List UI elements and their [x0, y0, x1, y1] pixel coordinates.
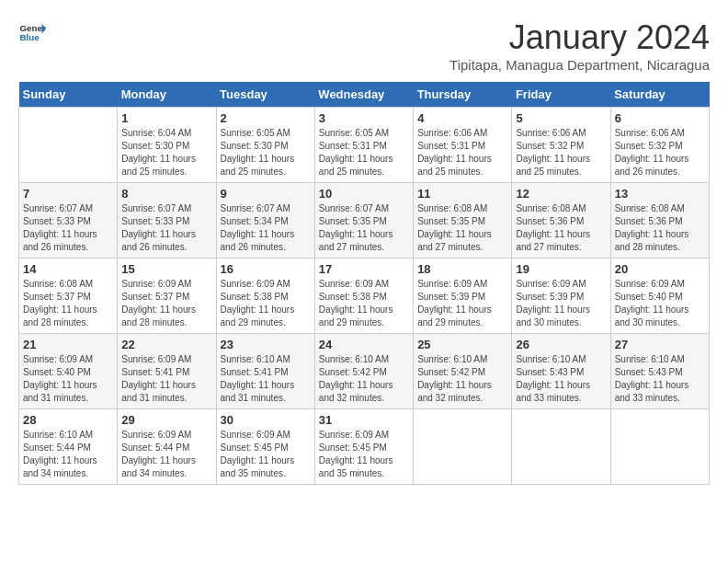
calendar-cell: 2Sunrise: 6:05 AM Sunset: 5:30 PM Daylig… — [216, 108, 314, 183]
day-number: 7 — [23, 187, 113, 201]
day-number: 20 — [615, 262, 705, 276]
day-info: Sunrise: 6:09 AM Sunset: 5:41 PM Dayligh… — [121, 353, 211, 405]
header-day-monday: Monday — [118, 82, 216, 108]
day-number: 9 — [221, 187, 311, 201]
day-number: 18 — [417, 262, 507, 276]
day-number: 16 — [221, 262, 311, 276]
calendar-cell: 27Sunrise: 6:10 AM Sunset: 5:43 PM Dayli… — [610, 334, 709, 409]
day-info: Sunrise: 6:06 AM Sunset: 5:32 PM Dayligh… — [615, 127, 705, 178]
calendar-week-row: 28Sunrise: 6:10 AM Sunset: 5:44 PM Dayli… — [19, 409, 710, 485]
day-info: Sunrise: 6:08 AM Sunset: 5:36 PM Dayligh… — [516, 202, 606, 254]
calendar-cell — [414, 409, 512, 485]
calendar-header-row: SundayMondayTuesdayWednesdayThursdayFrid… — [19, 82, 710, 108]
calendar-cell: 25Sunrise: 6:10 AM Sunset: 5:42 PM Dayli… — [414, 334, 512, 409]
calendar-cell — [19, 108, 118, 183]
header-day-saturday: Saturday — [610, 82, 709, 108]
day-info: Sunrise: 6:09 AM Sunset: 5:38 PM Dayligh… — [319, 278, 409, 329]
calendar-cell: 4Sunrise: 6:06 AM Sunset: 5:31 PM Daylig… — [414, 108, 512, 183]
day-info: Sunrise: 6:07 AM Sunset: 5:35 PM Dayligh… — [319, 202, 409, 254]
day-number: 24 — [319, 338, 409, 351]
day-number: 5 — [516, 111, 606, 125]
calendar-cell: 19Sunrise: 6:09 AM Sunset: 5:39 PM Dayli… — [512, 259, 610, 334]
day-number: 31 — [319, 413, 409, 427]
day-number: 17 — [319, 262, 409, 276]
calendar-week-row: 1Sunrise: 6:04 AM Sunset: 5:30 PM Daylig… — [19, 108, 710, 183]
header-day-tuesday: Tuesday — [216, 82, 314, 108]
day-info: Sunrise: 6:04 AM Sunset: 5:30 PM Dayligh… — [121, 127, 211, 178]
day-number: 1 — [121, 111, 211, 125]
day-info: Sunrise: 6:07 AM Sunset: 5:33 PM Dayligh… — [121, 202, 211, 254]
day-info: Sunrise: 6:09 AM Sunset: 5:37 PM Dayligh… — [121, 278, 211, 329]
header-day-sunday: Sunday — [19, 82, 118, 108]
page-header: General Blue January 2024 Tipitapa, Mana… — [18, 18, 710, 73]
header-day-wednesday: Wednesday — [314, 82, 413, 108]
calendar-cell: 10Sunrise: 6:07 AM Sunset: 5:35 PM Dayli… — [314, 183, 413, 259]
day-info: Sunrise: 6:10 AM Sunset: 5:44 PM Dayligh… — [23, 429, 113, 480]
day-number: 28 — [23, 413, 113, 427]
calendar-cell: 15Sunrise: 6:09 AM Sunset: 5:37 PM Dayli… — [118, 259, 216, 334]
day-info: Sunrise: 6:10 AM Sunset: 5:43 PM Dayligh… — [615, 353, 705, 405]
day-number: 23 — [221, 338, 311, 351]
day-info: Sunrise: 6:09 AM Sunset: 5:39 PM Dayligh… — [516, 278, 606, 329]
calendar-cell: 20Sunrise: 6:09 AM Sunset: 5:40 PM Dayli… — [610, 259, 709, 334]
calendar-cell — [512, 409, 610, 485]
day-number: 19 — [516, 262, 606, 276]
calendar-cell: 24Sunrise: 6:10 AM Sunset: 5:42 PM Dayli… — [314, 334, 413, 409]
calendar-cell: 5Sunrise: 6:06 AM Sunset: 5:32 PM Daylig… — [512, 108, 610, 183]
calendar-cell: 14Sunrise: 6:08 AM Sunset: 5:37 PM Dayli… — [19, 259, 118, 334]
calendar-cell: 17Sunrise: 6:09 AM Sunset: 5:38 PM Dayli… — [314, 259, 413, 334]
day-info: Sunrise: 6:06 AM Sunset: 5:31 PM Dayligh… — [417, 127, 507, 178]
day-info: Sunrise: 6:10 AM Sunset: 5:43 PM Dayligh… — [516, 353, 606, 405]
day-info: Sunrise: 6:05 AM Sunset: 5:31 PM Dayligh… — [319, 127, 409, 178]
day-info: Sunrise: 6:09 AM Sunset: 5:39 PM Dayligh… — [417, 278, 507, 329]
day-number: 10 — [319, 187, 409, 201]
calendar-week-row: 21Sunrise: 6:09 AM Sunset: 5:40 PM Dayli… — [19, 334, 710, 409]
calendar-cell: 22Sunrise: 6:09 AM Sunset: 5:41 PM Dayli… — [118, 334, 216, 409]
day-info: Sunrise: 6:10 AM Sunset: 5:41 PM Dayligh… — [221, 353, 311, 405]
calendar-week-row: 7Sunrise: 6:07 AM Sunset: 5:33 PM Daylig… — [19, 183, 710, 259]
day-number: 29 — [121, 413, 211, 427]
calendar-table: SundayMondayTuesdayWednesdayThursdayFrid… — [18, 82, 710, 485]
calendar-cell: 7Sunrise: 6:07 AM Sunset: 5:33 PM Daylig… — [19, 183, 118, 259]
day-number: 15 — [121, 262, 211, 276]
day-info: Sunrise: 6:08 AM Sunset: 5:36 PM Dayligh… — [615, 202, 705, 254]
logo-icon: General Blue — [18, 18, 46, 46]
day-number: 13 — [615, 187, 705, 201]
calendar-cell: 13Sunrise: 6:08 AM Sunset: 5:36 PM Dayli… — [610, 183, 709, 259]
calendar-cell: 26Sunrise: 6:10 AM Sunset: 5:43 PM Dayli… — [512, 334, 610, 409]
day-number: 2 — [221, 111, 311, 125]
day-number: 27 — [615, 338, 705, 351]
day-number: 11 — [417, 187, 507, 201]
day-info: Sunrise: 6:08 AM Sunset: 5:37 PM Dayligh… — [23, 278, 113, 329]
day-info: Sunrise: 6:09 AM Sunset: 5:40 PM Dayligh… — [615, 278, 705, 329]
header-day-thursday: Thursday — [414, 82, 512, 108]
day-number: 26 — [516, 338, 606, 351]
calendar-cell: 30Sunrise: 6:09 AM Sunset: 5:45 PM Dayli… — [216, 409, 314, 485]
calendar-cell: 1Sunrise: 6:04 AM Sunset: 5:30 PM Daylig… — [118, 108, 216, 183]
calendar-cell: 31Sunrise: 6:09 AM Sunset: 5:45 PM Dayli… — [314, 409, 413, 485]
month-year-title: January 2024 — [449, 18, 710, 57]
day-number: 8 — [121, 187, 211, 201]
calendar-cell: 8Sunrise: 6:07 AM Sunset: 5:33 PM Daylig… — [118, 183, 216, 259]
day-number: 21 — [23, 338, 113, 351]
day-number: 30 — [221, 413, 311, 427]
day-info: Sunrise: 6:09 AM Sunset: 5:38 PM Dayligh… — [221, 278, 311, 329]
day-info: Sunrise: 6:07 AM Sunset: 5:34 PM Dayligh… — [221, 202, 311, 254]
calendar-cell: 23Sunrise: 6:10 AM Sunset: 5:41 PM Dayli… — [216, 334, 314, 409]
day-info: Sunrise: 6:10 AM Sunset: 5:42 PM Dayligh… — [319, 353, 409, 405]
svg-text:Blue: Blue — [20, 32, 40, 42]
calendar-cell: 18Sunrise: 6:09 AM Sunset: 5:39 PM Dayli… — [414, 259, 512, 334]
day-number: 25 — [417, 338, 507, 351]
day-info: Sunrise: 6:06 AM Sunset: 5:32 PM Dayligh… — [516, 127, 606, 178]
location-subtitle: Tipitapa, Managua Department, Nicaragua — [449, 57, 710, 73]
calendar-cell: 12Sunrise: 6:08 AM Sunset: 5:36 PM Dayli… — [512, 183, 610, 259]
logo: General Blue — [18, 18, 46, 46]
calendar-cell: 11Sunrise: 6:08 AM Sunset: 5:35 PM Dayli… — [414, 183, 512, 259]
day-number: 14 — [23, 262, 113, 276]
calendar-cell: 28Sunrise: 6:10 AM Sunset: 5:44 PM Dayli… — [19, 409, 118, 485]
calendar-cell: 9Sunrise: 6:07 AM Sunset: 5:34 PM Daylig… — [216, 183, 314, 259]
calendar-cell: 16Sunrise: 6:09 AM Sunset: 5:38 PM Dayli… — [216, 259, 314, 334]
calendar-cell: 21Sunrise: 6:09 AM Sunset: 5:40 PM Dayli… — [19, 334, 118, 409]
day-number: 6 — [615, 111, 705, 125]
day-number: 12 — [516, 187, 606, 201]
